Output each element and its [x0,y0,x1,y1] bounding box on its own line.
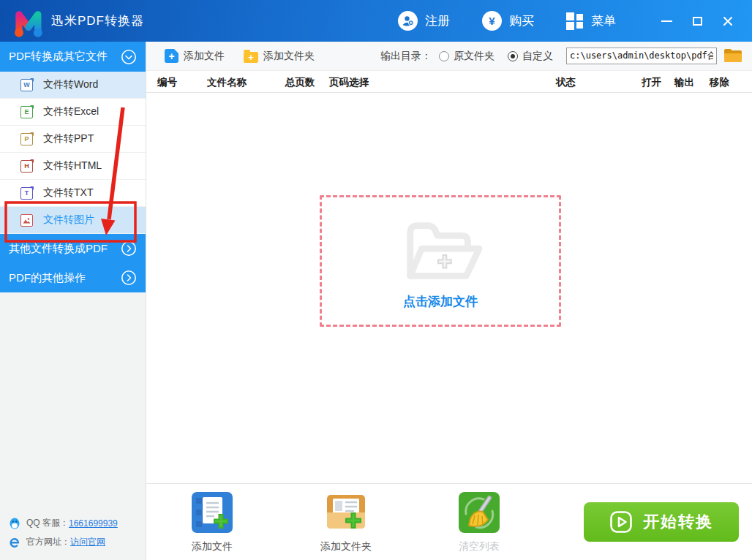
chevron-right-circle-icon [121,270,137,286]
sidebar-item-label: 文件转图片 [43,213,94,227]
clear-list-button[interactable]: 清空列表 [435,492,523,553]
start-convert-label: 开始转换 [643,511,713,533]
main-panel: + 添加文件 + 添加文件夹 输出目录： 原文件夹 自定义 编号 文 [146,42,752,560]
col-remove: 移除 [710,76,729,89]
txt-doc-icon: T [20,187,33,200]
titlebar-actions: 注册 ¥ 购买 菜单 [398,9,742,34]
buy-label: 购买 [509,12,534,29]
sidebar-item-label: 文件转HTML [43,159,102,173]
sidebar-item-label: 文件转TXT [43,186,93,200]
register-button[interactable]: 注册 [398,11,450,31]
visit-site-link[interactable]: 访问官网 [70,536,105,548]
qq-icon [9,517,20,529]
sidebar-footer: QQ 客服： 1661699939 官方网址： 访问官网 [9,510,118,548]
col-output: 输出 [674,76,694,89]
sidebar: PDF转换成其它文件 W 文件转Word E 文件转Excel P 文件转PPT… [0,42,146,560]
app-logo-icon [10,5,45,37]
titlebar: 迅米PDF转换器 注册 ¥ 购买 [0,0,752,42]
add-file-button[interactable]: + 添加文件 [165,49,225,63]
col-open: 打开 [642,76,661,89]
output-path-input[interactable] [566,48,717,64]
menu-label: 菜单 [591,12,616,29]
sidebar-item-ppt[interactable]: P 文件转PPT [0,126,146,153]
sidebar-section-pdf-other-ops[interactable]: PDF的其他操作 [0,263,146,292]
radio-original-folder[interactable]: 原文件夹 [439,50,495,63]
table-header: 编号 文件名称 总页数 页码选择 状态 打开 输出 移除 [146,71,752,93]
qq-service-label: QQ 客服： [26,517,69,529]
clear-list-broom-icon [459,492,500,533]
menu-grid-icon [566,12,584,30]
click-to-add-label: 点击添加文件 [403,293,478,310]
add-folder-icon: + [244,52,258,63]
radio-original-label[interactable]: 原文件夹 [454,50,495,63]
col-status: 状态 [556,76,576,89]
excel-doc-icon: E [20,106,33,118]
app-window: 迅米PDF转换器 注册 ¥ 购买 [0,0,752,560]
register-user-icon [398,11,418,31]
col-total-pages: 总页数 [285,76,315,89]
word-doc-icon: W [20,79,33,91]
bottom-add-file-button[interactable]: 添加文件 [168,492,256,553]
col-number: 编号 [157,76,177,89]
radio-custom[interactable]: 自定义 [508,50,553,63]
radio-custom-circle[interactable] [508,51,518,61]
sidebar-section-other-to-pdf[interactable]: 其他文件转换成PDF [0,234,146,263]
html-doc-icon: H [20,160,33,173]
section-label: PDF的其他操作 [9,271,86,285]
bottom-add-folder-button[interactable]: 添加文件夹 [302,492,390,553]
col-filename: 文件名称 [207,76,247,89]
add-file-big-icon [192,492,233,533]
sidebar-item-label: 文件转PPT [43,132,94,145]
website-label: 官方网址： [26,536,70,548]
sidebar-item-html[interactable]: H 文件转HTML [0,153,146,180]
section-label: PDF转换成其它文件 [9,50,108,64]
image-icon [20,214,33,227]
sidebar-item-label: 文件转Word [43,78,98,91]
browse-folder-button[interactable] [724,49,742,64]
sidebar-item-txt[interactable]: T 文件转TXT [0,180,146,207]
sidebar-section-pdf-to-other[interactable]: PDF转换成其它文件 [0,42,146,72]
output-dir-label: 输出目录： [380,50,432,63]
bottom-add-file-label: 添加文件 [168,540,256,553]
add-file-icon: + [165,49,178,63]
section-label: 其他文件转换成PDF [9,242,108,256]
browser-icon [9,537,20,548]
bottom-action-bar: 添加文件 添加文件夹 [146,483,752,560]
radio-custom-label[interactable]: 自定义 [522,50,553,63]
sidebar-item-excel[interactable]: E 文件转Excel [0,99,146,126]
window-controls [648,9,740,34]
ppt-doc-icon: P [20,133,33,145]
maximize-button[interactable] [685,9,710,34]
file-list-area: 点击添加文件 [146,93,752,483]
yen-icon: ¥ [482,11,502,31]
toolbar: + 添加文件 + 添加文件夹 输出目录： 原文件夹 自定义 [146,42,752,71]
play-icon [609,510,633,534]
add-folder-big-icon [326,492,366,533]
add-file-label: 添加文件 [184,50,225,63]
app-title: 迅米PDF转换器 [51,12,144,29]
open-folder-icon [389,213,492,292]
add-folder-button[interactable]: + 添加文件夹 [244,50,315,63]
qq-number-link[interactable]: 1661699939 [69,518,118,529]
chevron-right-circle-icon [121,241,137,257]
bottom-add-folder-label: 添加文件夹 [302,540,390,553]
radio-original-circle[interactable] [439,51,449,61]
sidebar-items: W 文件转Word E 文件转Excel P 文件转PPT H 文件转HTML … [0,72,146,234]
click-to-add-dropzone[interactable]: 点击添加文件 [320,195,561,327]
start-convert-button[interactable]: 开始转换 [584,502,739,542]
col-page-select: 页码选择 [329,76,369,89]
sidebar-item-image[interactable]: 文件转图片 [0,207,146,234]
menu-button[interactable]: 菜单 [566,12,616,30]
add-folder-label: 添加文件夹 [263,50,315,63]
sidebar-item-label: 文件转Excel [43,105,99,118]
clear-list-label: 清空列表 [435,540,523,553]
close-button[interactable] [715,9,740,34]
chevron-down-circle-icon [121,49,137,65]
minimize-button[interactable] [654,9,679,34]
buy-button[interactable]: ¥ 购买 [482,11,534,31]
close-icon [723,16,733,26]
sidebar-item-word[interactable]: W 文件转Word [0,72,146,99]
register-label: 注册 [425,12,450,29]
